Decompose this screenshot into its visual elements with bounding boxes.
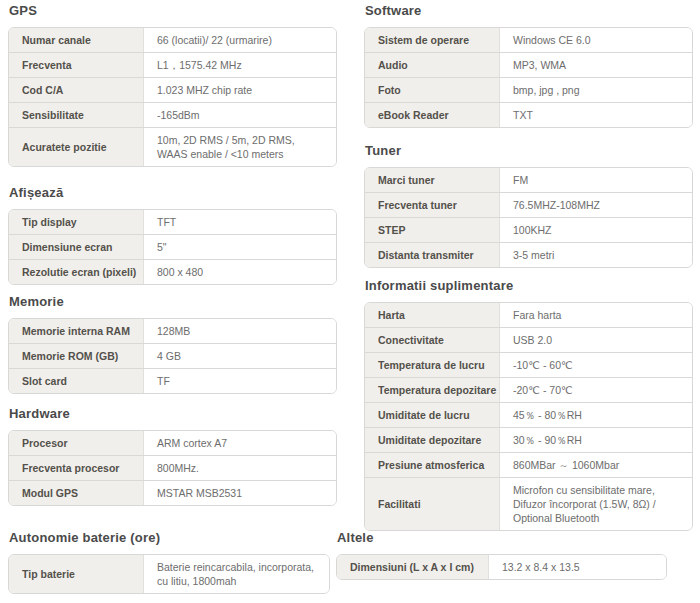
- spec-label: Audio: [365, 53, 500, 77]
- spec-value: Fara harta: [500, 303, 692, 327]
- table-row: Tip display TFT: [9, 210, 336, 234]
- spec-label: Frecventa procesor: [9, 456, 144, 480]
- spec-value: Baterie reincarcabila, incorporata, cu l…: [144, 555, 329, 593]
- table-row: eBook Reader TXT: [365, 102, 692, 127]
- spec-value: TFT: [144, 210, 336, 234]
- spec-value: FM: [500, 168, 692, 192]
- spec-label: Tip display: [9, 210, 144, 234]
- table-row: Slot card TF: [9, 368, 336, 393]
- section-title-software: Software: [365, 2, 693, 19]
- spec-value: 10m, 2D RMS / 5m, 2D RMS, WAAS enable / …: [144, 128, 336, 166]
- spec-value: ARM cortex A7: [144, 431, 336, 455]
- spec-value: 860MBar ～ 1060Mbar: [500, 453, 692, 477]
- section-informatii-suplimentare: Informatii suplimentare Harta Fara harta…: [364, 277, 693, 531]
- section-altele: Altele Dimensiuni (L x A x I cm) 13.2 x …: [336, 529, 667, 580]
- spec-value: 30％ - 90％RH: [500, 428, 692, 452]
- spec-value: MP3, WMA: [500, 53, 692, 77]
- spec-label: Dimensiuni (L x A x I cm): [337, 555, 489, 579]
- section-afiseaza: Afișează Tip display TFT Dimensiune ecra…: [8, 184, 337, 285]
- spec-label: Temperatura de lucru: [365, 353, 500, 377]
- section-title-afiseaza: Afișează: [9, 184, 337, 201]
- table-row: Facilitati Microfon cu sensibilitate mar…: [365, 477, 692, 530]
- spec-label: Distanta transmiter: [365, 243, 500, 267]
- spec-value: 45％ - 80％RH: [500, 403, 692, 427]
- spec-value: 5": [144, 235, 336, 259]
- spec-value: 66 (locatii)/ 22 (urmarire): [144, 28, 336, 52]
- table-row: Sensibilitate -165dBm: [9, 102, 336, 127]
- spec-label: Frecventa: [9, 53, 144, 77]
- table-row: Sistem de operare Windows CE 6.0: [365, 28, 692, 52]
- spec-value: -10℃ - 60℃: [500, 353, 692, 377]
- spec-label: Conectivitate: [365, 328, 500, 352]
- table-row: Frecventa tuner 76.5MHZ-108MHZ: [365, 192, 692, 217]
- section-title-altele: Altele: [337, 529, 667, 546]
- section-gps: GPS Numar canale 66 (locatii)/ 22 (urmar…: [8, 2, 337, 167]
- spec-value: L1，1575.42 MHz: [144, 53, 336, 77]
- table-row: Acuratete pozitie 10m, 2D RMS / 5m, 2D R…: [9, 127, 336, 166]
- table-row: Conectivitate USB 2.0: [365, 327, 692, 352]
- autonomie-spec-table: Tip baterie Baterie reincarcabila, incor…: [8, 554, 330, 594]
- section-software: Software Sistem de operare Windows CE 6.…: [364, 2, 693, 128]
- spec-value: -20℃ - 70℃: [500, 378, 692, 402]
- spec-label: Memorie interna RAM: [9, 319, 144, 343]
- table-row: Foto bmp, jpg , png: [365, 77, 692, 102]
- section-autonomie-baterie: Autonomie baterie (ore) Tip baterie Bate…: [8, 529, 330, 594]
- spec-label: Sistem de operare: [365, 28, 500, 52]
- gps-spec-table: Numar canale 66 (locatii)/ 22 (urmarire)…: [8, 27, 337, 167]
- spec-label: Umiditate de lucru: [365, 403, 500, 427]
- spec-value: 800MHz.: [144, 456, 336, 480]
- table-row: Procesor ARM cortex A7: [9, 431, 336, 455]
- spec-label: Memorie ROM (GB): [9, 344, 144, 368]
- spec-label: Dimensiune ecran: [9, 235, 144, 259]
- table-row: Rezolutie ecran (pixeli) 800 x 480: [9, 259, 336, 284]
- table-row: Presiune atmosferica 860MBar ～ 1060Mbar: [365, 452, 692, 477]
- section-title-informatii: Informatii suplimentare: [365, 277, 693, 294]
- table-row: Memorie interna RAM 128MB: [9, 319, 336, 343]
- spec-label: Numar canale: [9, 28, 144, 52]
- spec-label: Procesor: [9, 431, 144, 455]
- informatii-spec-table: Harta Fara harta Conectivitate USB 2.0 T…: [364, 302, 693, 531]
- spec-value: bmp, jpg , png: [500, 78, 692, 102]
- table-row: Memorie ROM (GB) 4 GB: [9, 343, 336, 368]
- spec-value: Microfon cu sensibilitate mare, Difuzor …: [500, 478, 692, 530]
- table-row: Audio MP3, WMA: [365, 52, 692, 77]
- table-row: Dimensiune ecran 5": [9, 234, 336, 259]
- spec-value: 13.2 x 8.4 x 13.5: [489, 555, 666, 579]
- spec-label: Facilitati: [365, 478, 500, 530]
- tuner-spec-table: Marci tuner FM Frecventa tuner 76.5MHZ-1…: [364, 167, 693, 268]
- spec-value: MSTAR MSB2531: [144, 481, 336, 505]
- table-row: Tip baterie Baterie reincarcabila, incor…: [9, 555, 329, 593]
- spec-label: Harta: [365, 303, 500, 327]
- spec-label: Temperatura depozitare: [365, 378, 500, 402]
- altele-spec-table: Dimensiuni (L x A x I cm) 13.2 x 8.4 x 1…: [336, 554, 667, 580]
- table-row: Umiditate de lucru 45％ - 80％RH: [365, 402, 692, 427]
- spec-sheet: GPS Numar canale 66 (locatii)/ 22 (urmar…: [0, 0, 700, 603]
- spec-label: Rezolutie ecran (pixeli): [9, 260, 144, 284]
- section-memorie: Memorie Memorie interna RAM 128MB Memori…: [8, 293, 337, 394]
- spec-label: Slot card: [9, 369, 144, 393]
- spec-value: 1.023 MHZ chip rate: [144, 78, 336, 102]
- spec-label: Foto: [365, 78, 500, 102]
- table-row: Distanta transmiter 3-5 metri: [365, 242, 692, 267]
- spec-label: Marci tuner: [365, 168, 500, 192]
- spec-label: Frecventa tuner: [365, 193, 500, 217]
- hardware-spec-table: Procesor ARM cortex A7 Frecventa proceso…: [8, 430, 337, 506]
- table-row: Frecventa L1，1575.42 MHz: [9, 52, 336, 77]
- section-title-autonomie: Autonomie baterie (ore): [9, 529, 330, 546]
- table-row: Umiditate depozitare 30％ - 90％RH: [365, 427, 692, 452]
- software-spec-table: Sistem de operare Windows CE 6.0 Audio M…: [364, 27, 693, 128]
- table-row: Cod C/A 1.023 MHZ chip rate: [9, 77, 336, 102]
- section-title-memorie: Memorie: [9, 293, 337, 310]
- section-title-hardware: Hardware: [9, 405, 337, 422]
- table-row: Temperatura de lucru -10℃ - 60℃: [365, 352, 692, 377]
- spec-value: 3-5 metri: [500, 243, 692, 267]
- spec-value: USB 2.0: [500, 328, 692, 352]
- spec-label: Acuratete pozitie: [9, 128, 144, 166]
- spec-label: STEP: [365, 218, 500, 242]
- spec-label: Sensibilitate: [9, 103, 144, 127]
- table-row: Marci tuner FM: [365, 168, 692, 192]
- spec-label: Presiune atmosferica: [365, 453, 500, 477]
- section-title-gps: GPS: [9, 2, 337, 19]
- spec-value: TXT: [500, 103, 692, 127]
- spec-value: 128MB: [144, 319, 336, 343]
